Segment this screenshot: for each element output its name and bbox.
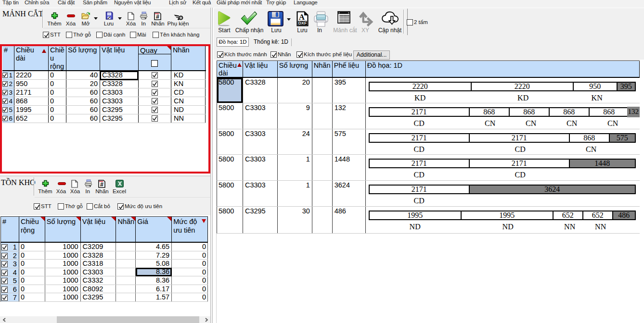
svg-text:#: # [156,13,159,20]
svg-text:DXF: DXF [298,21,307,25]
svg-text:#: # [100,181,103,188]
